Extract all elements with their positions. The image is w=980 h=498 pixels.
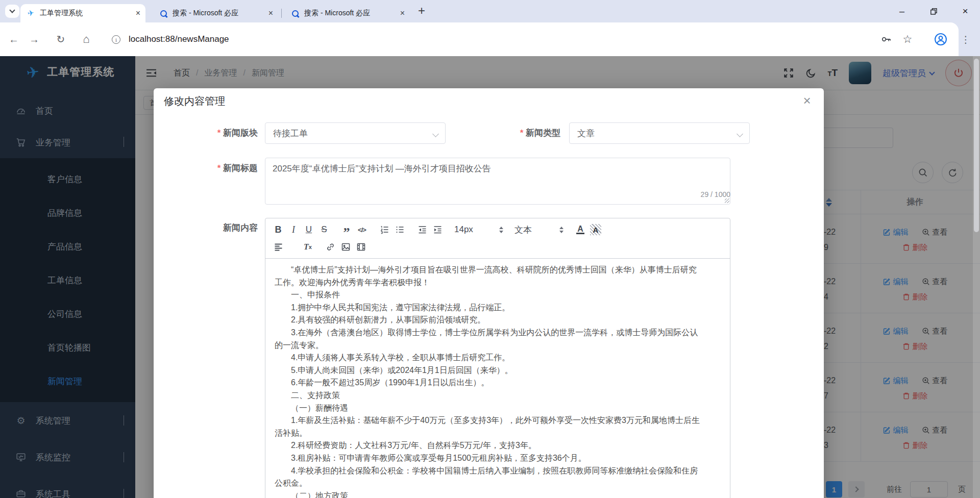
editor-paragraph: 1.年薪及生活补贴：基础年薪不少于40万元（至多支持3年），此外可额外享受一次性… — [275, 414, 702, 439]
window-restore-button[interactable] — [923, 0, 944, 22]
editor-paragraph: “卓优博士后”支持计划—海外引才项目旨在吸引世界一流高校、科研院所的优秀博士回国… — [275, 264, 702, 289]
browser-profile-icon[interactable] — [929, 22, 952, 56]
browser-tabstrip: ✈ 工单管理系统 × 搜索 - Microsoft 必应 × 搜索 - Micr… — [0, 0, 980, 22]
font-size-value: 14px — [454, 225, 473, 235]
screen: ✈ 工单管理系统 × 搜索 - Microsoft 必应 × 搜索 - Micr… — [0, 0, 980, 498]
bing-favicon-icon — [291, 9, 299, 17]
resize-grip-icon[interactable] — [725, 198, 729, 203]
editor-paragraph: 6.年龄一般不超过35周岁（1990年1月1日以后出生）。 — [275, 377, 702, 389]
strikethrough-icon[interactable]: S — [316, 222, 332, 237]
news-type-select[interactable]: 文章 — [569, 122, 750, 144]
italic-icon[interactable]: I — [286, 222, 301, 237]
editor-paragraph: 1.拥护中华人民共和国宪法，遵守国家法律法规，品行端正。 — [275, 302, 702, 314]
editor-toolbar: B I U S ” </> — [265, 218, 730, 259]
tab-search-button[interactable] — [5, 5, 19, 18]
tab-separator — [281, 9, 282, 18]
news-title-textarea[interactable]: 2025年度“卓优博士后”支持计划 —海外引才项目招收公告 — [265, 158, 730, 205]
editor-paragraph: 3.在海外（含港澳台地区）取得博士学位，博士学位所属学科为业内公认的世界一流学科… — [275, 327, 702, 352]
char-counter: 29 / 1000 — [701, 190, 730, 198]
align-icon[interactable] — [271, 240, 286, 254]
tab-close-icon[interactable]: × — [130, 9, 140, 17]
browser-toolbar: ← → ↻ ⌂ i localhost:88/newsManage ☆ ⋮ — [0, 22, 980, 56]
link-icon[interactable] — [323, 240, 338, 254]
app-viewport: ✈ 工单管理系统 首页 — [0, 56, 980, 498]
reload-button[interactable]: ↻ — [52, 22, 69, 56]
browser-menu-icon[interactable]: ⋮ — [955, 22, 976, 56]
picker-arrows-icon — [559, 227, 564, 233]
editor-paragraph: （一）薪酬待遇 — [275, 402, 702, 415]
editor-paragraph: 4.学校承担的社会保险和公积金：学校将中国籍博士后纳入事业编制，按照在职教师同等… — [275, 465, 702, 490]
site-info-icon[interactable]: i — [112, 35, 120, 44]
new-tab-button[interactable]: + — [414, 4, 429, 18]
editor-paragraph: 3.租房补贴：可申请青年教师公寓或享受每月1500元租房补贴，至多支持36个月。 — [275, 452, 702, 465]
editor-paragraph: 5.申请人尚未回国（来华）或2024年1月1日后回国（来华）。 — [275, 364, 702, 377]
code-icon[interactable]: </> — [354, 222, 370, 237]
scrollbar-thumb[interactable] — [974, 59, 979, 232]
indent-icon[interactable] — [430, 222, 445, 237]
font-size-picker[interactable]: 14px — [452, 225, 505, 235]
tab-title: 搜索 - Microsoft 必应 — [173, 9, 238, 18]
tab-title: 搜索 - Microsoft 必应 — [304, 9, 370, 18]
background-color-icon[interactable]: A — [588, 222, 603, 237]
format-value: 文本 — [514, 224, 532, 236]
editor-paragraph: 一、申报条件 — [275, 289, 702, 302]
news-section-select[interactable]: 待接工单 — [265, 122, 446, 144]
app-favicon-plane-icon: ✈ — [27, 9, 35, 17]
chevron-down-icon — [737, 131, 743, 137]
rich-text-editor: B I U S ” </> — [265, 218, 730, 498]
password-manager-icon[interactable] — [875, 22, 897, 56]
news-section-label: 新闻版块 — [174, 122, 258, 144]
browser-tab-3[interactable]: 搜索 - Microsoft 必应 × — [285, 4, 410, 22]
editor-paragraph: 2.具有较强的科研创新潜力，从事国际前沿领域研究。 — [275, 314, 702, 327]
editor-paragraph: 二、支持政策 — [275, 389, 702, 402]
back-button[interactable]: ← — [5, 22, 22, 56]
image-icon[interactable] — [338, 240, 353, 254]
editor-paragraph: 4.申请人须将人事关系转入学校，全职从事博士后研究工作。 — [275, 352, 702, 364]
forward-button[interactable]: → — [26, 22, 43, 56]
tab-close-icon[interactable]: × — [262, 9, 273, 17]
browser-tab-2[interactable]: 搜索 - Microsoft 必应 × — [153, 4, 278, 22]
news-section-value: 待接工单 — [273, 128, 308, 139]
edit-content-dialog: 修改内容管理 × 新闻版块 待接工单 新闻类型 文章 新闻标题 2025年度“卓… — [154, 88, 824, 498]
blockquote-icon[interactable]: ” — [339, 222, 354, 237]
browser-tab-active[interactable]: ✈ 工单管理系统 × — [20, 4, 145, 22]
chevron-down-icon — [432, 131, 439, 137]
text-color-icon[interactable]: A — [573, 222, 588, 237]
address-url[interactable]: localhost:88/newsManage — [129, 22, 229, 56]
dialog-close-icon[interactable]: × — [798, 91, 816, 110]
picker-arrows-icon — [499, 227, 503, 233]
ordered-list-icon[interactable] — [377, 222, 392, 237]
bullet-list-icon[interactable] — [392, 222, 407, 237]
news-type-value: 文章 — [577, 128, 595, 139]
news-content-label: 新闻内容 — [174, 217, 258, 239]
bookmark-star-icon[interactable]: ☆ — [896, 22, 919, 56]
editor-paragraph: （二）地方政策 — [275, 490, 702, 498]
page-scrollbar[interactable] — [973, 56, 980, 498]
tab-close-icon[interactable]: × — [394, 9, 405, 17]
news-title-label: 新闻标题 — [174, 158, 258, 179]
editor-paragraph: 2.科研经费资助：人文社科3万元/年、自然科学5万元/年，支持3年。 — [275, 439, 702, 452]
news-type-label: 新闻类型 — [470, 122, 560, 144]
dialog-title: 修改内容管理 — [164, 94, 225, 108]
bing-favicon-icon — [159, 9, 167, 17]
window-minimize-button[interactable]: – — [891, 0, 913, 22]
clear-format-icon[interactable]: Tx — [300, 240, 315, 254]
video-icon[interactable] — [353, 240, 369, 254]
restore-icon — [930, 8, 937, 15]
chevron-down-icon — [9, 7, 15, 13]
window-close-button[interactable]: × — [954, 0, 976, 22]
format-picker[interactable]: 文本 — [512, 224, 566, 236]
home-button[interactable]: ⌂ — [78, 22, 95, 56]
bold-icon[interactable]: B — [271, 222, 286, 237]
outdent-icon[interactable] — [414, 222, 430, 237]
editor-content[interactable]: “卓优博士后”支持计划—海外引才项目旨在吸引世界一流高校、科研院所的优秀博士回国… — [265, 259, 730, 498]
underline-icon[interactable]: U — [301, 222, 316, 237]
tab-title: 工单管理系统 — [40, 9, 83, 18]
